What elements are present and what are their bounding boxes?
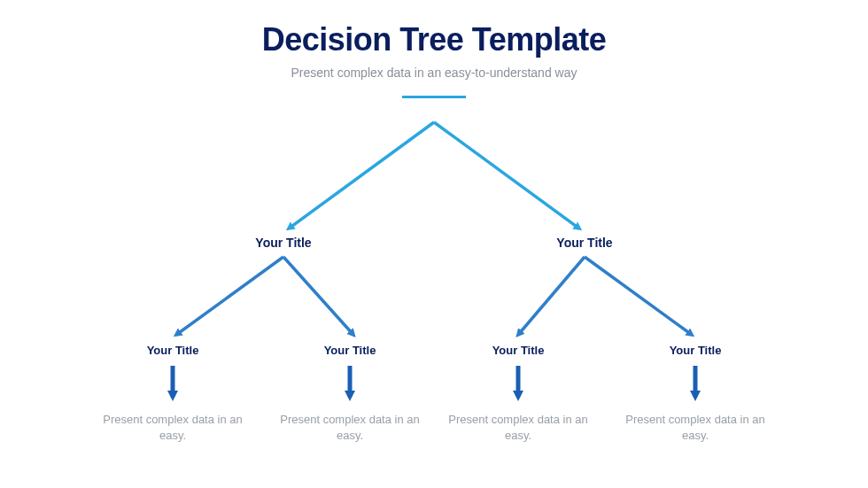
title-underline	[402, 96, 466, 98]
node-leaf-4-desc: Present complex data in an easy.	[620, 412, 771, 443]
svg-line-3	[283, 257, 353, 335]
svg-line-4	[518, 257, 585, 335]
node-leaf-3-title: Your Title	[492, 344, 545, 357]
node-leaf-2-desc: Present complex data in an easy.	[275, 412, 425, 443]
slide-subtitle: Present complex data in an easy-to-under…	[0, 66, 868, 80]
node-leaf-4-title: Your Title	[670, 344, 722, 357]
svg-line-5	[585, 257, 692, 335]
node-leaf-1-desc: Present complex data in an easy.	[97, 412, 248, 443]
node-mid-left-title: Your Title	[255, 236, 311, 250]
node-mid-right-title: Your Title	[556, 236, 612, 250]
slide-title: Decision Tree Template	[0, 21, 868, 58]
svg-line-1	[434, 122, 579, 229]
node-leaf-3-desc: Present complex data in an easy.	[443, 412, 593, 443]
node-leaf-2-title: Your Title	[324, 344, 376, 357]
svg-line-0	[289, 122, 434, 229]
node-leaf-1-title: Your Title	[147, 344, 199, 357]
svg-line-2	[176, 257, 283, 335]
